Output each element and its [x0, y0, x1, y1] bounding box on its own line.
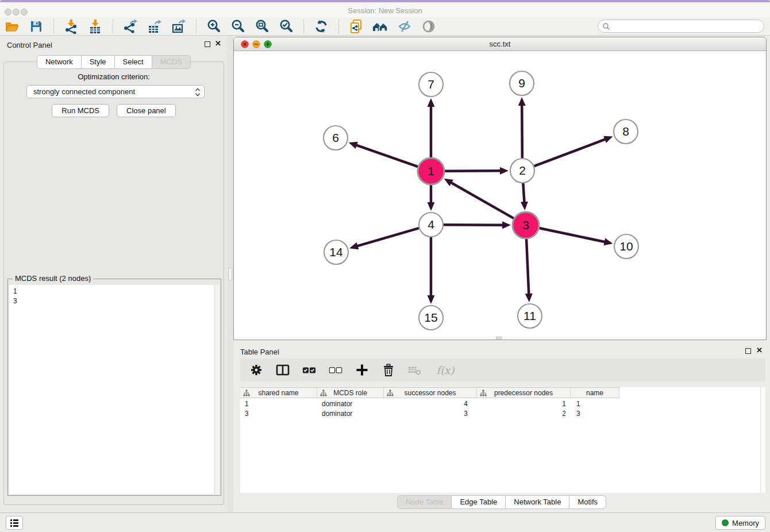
table-cell[interactable]: dominator — [317, 399, 384, 408]
tab-network[interactable]: Network — [37, 55, 82, 69]
table-scrollbar[interactable] — [760, 387, 765, 493]
refresh-button[interactable] — [309, 18, 333, 35]
float-table-panel-icon[interactable] — [745, 348, 751, 354]
memory-status-dot — [722, 519, 729, 526]
table-row[interactable]: 3dominator323 — [240, 409, 760, 418]
graph-edge-arrow[interactable] — [521, 202, 528, 210]
search-input[interactable] — [598, 20, 764, 33]
export-table-button[interactable] — [143, 18, 167, 35]
tab-network-table[interactable]: Network Table — [505, 495, 569, 509]
split-handle[interactable] — [496, 337, 502, 340]
import-table-button[interactable] — [83, 18, 107, 35]
graph-edge[interactable] — [444, 225, 504, 225]
run-mcds-button[interactable]: Run MCDS — [52, 104, 109, 117]
mcds-result-text[interactable]: 1 3 — [9, 285, 214, 494]
graph-edge-arrow[interactable] — [428, 98, 435, 107]
column-header-successor-nodes[interactable]: successor nodes — [384, 388, 477, 398]
column-header-predecessor-nodes[interactable]: predecessor nodes — [477, 388, 571, 398]
network-canvas[interactable]: 7968124314101511 — [234, 51, 766, 340]
mcds-result-scrollbar[interactable] — [214, 285, 220, 494]
graph-edge-arrow[interactable] — [603, 238, 613, 246]
refresh-icon — [314, 19, 329, 34]
graph-edge-arrow[interactable] — [525, 294, 533, 302]
graph-edge[interactable] — [445, 171, 502, 171]
task-history-button[interactable] — [6, 516, 23, 530]
network-window-titlebar[interactable]: scc.txt — [234, 37, 766, 51]
table-cell[interactable]: 3 — [240, 409, 317, 418]
delete-column-button[interactable] — [382, 363, 395, 377]
show-column-panel-button[interactable] — [276, 363, 290, 377]
graph-edge-arrow[interactable] — [428, 202, 435, 211]
table-settings-button[interactable] — [249, 363, 263, 377]
table-cell[interactable]: 2 — [477, 409, 571, 418]
criterion-dropdown[interactable]: strongly connected component — [26, 85, 205, 98]
deselect-all-button[interactable] — [329, 363, 342, 377]
table-cell[interactable]: 1 — [240, 399, 317, 408]
zoom-in-button[interactable] — [202, 18, 226, 35]
clone-network-icon — [349, 19, 364, 34]
select-all-icon — [302, 365, 316, 375]
tab-mcds[interactable]: MCDS — [152, 55, 191, 69]
graph-edge[interactable] — [526, 239, 529, 295]
open-session-button[interactable] — [0, 18, 24, 35]
zoom-fit-button[interactable] — [250, 18, 274, 35]
zoom-in-icon — [206, 19, 221, 34]
open-folder-icon — [5, 19, 20, 34]
graph-edge-arrow[interactable] — [500, 167, 509, 175]
network-graph[interactable]: 7968124314101511 — [234, 51, 766, 340]
hide-selected-button[interactable] — [392, 18, 417, 35]
float-panel-icon[interactable] — [205, 41, 210, 47]
graph-edge-arrow[interactable] — [502, 221, 511, 229]
table-cell[interactable]: 1 — [571, 399, 619, 408]
close-panel-icon[interactable]: ✕ — [215, 39, 221, 48]
graph-edge-arrow[interactable] — [428, 295, 435, 304]
window-title: Session: New Session — [0, 6, 770, 15]
tab-style[interactable]: Style — [81, 55, 115, 69]
network-window-title: scc.txt — [234, 40, 766, 48]
divider-handle[interactable] — [228, 268, 232, 280]
graph-edge[interactable] — [450, 182, 514, 218]
close-panel-button[interactable]: Close panel — [117, 104, 176, 117]
toolbar-separator — [113, 20, 113, 33]
tab-motifs[interactable]: Motifs — [569, 495, 606, 509]
graph-edge[interactable] — [356, 228, 419, 246]
show-all-button[interactable] — [368, 18, 392, 35]
tab-edge-table[interactable]: Edge Table — [451, 495, 506, 509]
function-builder-button[interactable]: f(x) — [434, 363, 460, 377]
graph-edge[interactable] — [539, 228, 606, 242]
export-network-button[interactable] — [118, 18, 143, 35]
tab-select[interactable]: Select — [114, 55, 152, 69]
tab-node-table[interactable]: Node Table — [397, 495, 452, 509]
graph-edge-arrow[interactable] — [518, 97, 526, 106]
export-image-button[interactable] — [167, 18, 191, 35]
toggle-bird-view-button[interactable] — [417, 18, 441, 35]
column-header-name[interactable]: name — [571, 388, 619, 398]
table-row[interactable]: 1dominator411 — [240, 399, 760, 408]
clone-network-button[interactable] — [344, 18, 368, 35]
import-network-button[interactable] — [59, 18, 83, 35]
create-column-button[interactable] — [355, 363, 369, 377]
column-header-shared-name[interactable]: shared name — [240, 388, 317, 398]
zoom-out-button[interactable] — [226, 18, 250, 35]
table-cell[interactable]: 3 — [571, 409, 619, 418]
graph-edge-arrow[interactable] — [349, 142, 358, 149]
save-session-button[interactable] — [24, 18, 48, 35]
table-cell[interactable]: 1 — [477, 399, 571, 408]
close-table-panel-icon[interactable]: ✕ — [756, 346, 763, 354]
graph-edge[interactable] — [534, 139, 607, 167]
graph-edge-arrow[interactable] — [349, 242, 359, 249]
graph-edge[interactable] — [355, 145, 418, 167]
titlebar: Session: New Session — [0, 2, 770, 17]
delete-table-button[interactable] — [408, 363, 422, 377]
graph-edge-arrow[interactable] — [603, 136, 613, 143]
panel-divider[interactable] — [228, 36, 233, 512]
table-cell[interactable]: 3 — [384, 409, 477, 418]
column-header-MCDS-role[interactable]: MCDS role — [317, 388, 384, 398]
table-cell[interactable]: 4 — [384, 399, 477, 408]
memory-button[interactable]: Memory — [715, 516, 765, 530]
zoom-selected-button[interactable] — [274, 18, 298, 35]
graph-edge[interactable] — [523, 183, 524, 203]
table-cell[interactable]: dominator — [317, 409, 384, 418]
graph-edge[interactable] — [522, 104, 522, 158]
select-all-button[interactable] — [302, 363, 316, 377]
